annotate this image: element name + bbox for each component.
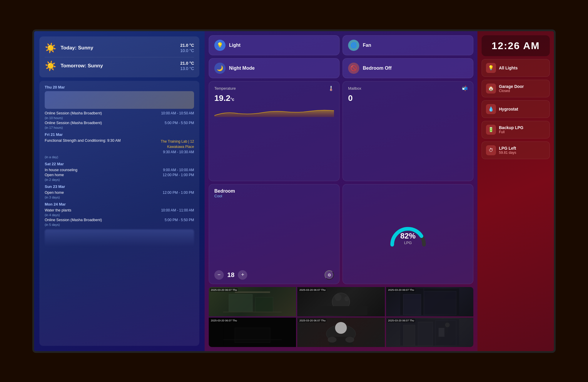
garage-door-status: Closed bbox=[499, 89, 524, 93]
lpg-left-button[interactable]: ⏱ LPG Left 59.81 days bbox=[482, 141, 550, 159]
hygrostat-label: Hygrostat bbox=[499, 107, 518, 111]
bedroom-off-button[interactable]: 🚫 Bedroom Off bbox=[343, 58, 473, 78]
temp-controls: − 18 + ⚙ bbox=[214, 270, 334, 280]
weather-tomorrow: ☀️ Tomorrow: Sunny 21.0 °C 13.0 °C bbox=[45, 57, 194, 73]
hygrostat-icon: 💧 bbox=[486, 104, 496, 114]
garage-door-label: Garage Door bbox=[499, 84, 524, 89]
bedroom-name: Bedroom bbox=[214, 189, 334, 194]
hygrostat-button[interactable]: 💧 Hygrostat bbox=[482, 100, 550, 118]
camera-feed-4: 2025-03-20 06:07 Thu bbox=[209, 318, 296, 347]
backup-lpg-button[interactable]: 🔋 Backup LPG Full bbox=[482, 121, 550, 139]
lpg-gauge-widget: 82% LPG bbox=[343, 184, 473, 284]
sunny-icon-tomorrow: ☀️ bbox=[45, 60, 56, 71]
all-lights-button[interactable]: 💡 All Lights bbox=[482, 59, 550, 77]
lpg-percent: 82% bbox=[400, 231, 415, 240]
camera-3-timestamp: 2025-03-20 06:07 Thu bbox=[387, 288, 415, 292]
tomorrow-temps: 21.0 °C 13.0 °C bbox=[180, 61, 194, 71]
temp-increase-button[interactable]: + bbox=[238, 270, 247, 280]
fan-icon: 🌀 bbox=[348, 40, 359, 51]
temp-mode-button[interactable]: ⚙ bbox=[325, 270, 334, 280]
today-weather-label: Today: Sunny bbox=[61, 45, 176, 51]
today-low: 10.0 °C bbox=[180, 48, 194, 53]
cal-thu-20: Thu 20 Mar Online Session (Masha Broadbe… bbox=[45, 85, 194, 129]
camera-6-timestamp: 2025-03-20 06:07 Thu bbox=[387, 319, 415, 322]
bedroom-ac-widget: Bedroom Cool − 18 + ⚙ bbox=[209, 184, 340, 284]
weather-today: ☀️ Today: Sunny 21.0 °C 10.0 °C bbox=[45, 41, 194, 55]
tomorrow-low: 13.0 °C bbox=[180, 66, 194, 71]
mailbox-value: 0 bbox=[348, 94, 468, 103]
cal-event-title: Open home bbox=[45, 173, 160, 177]
cal-mon-24: Mon 24 Mar Water the plants 10:00 AM - 1… bbox=[45, 202, 194, 226]
cal-date-thu: Thu 20 Mar bbox=[45, 85, 194, 89]
bedroom-off-label: Bedroom Off bbox=[363, 66, 392, 71]
camera-1-timestamp: 2025-03-20 06:07 Thu bbox=[210, 288, 238, 292]
cal-date-sat: Sat 22 Mar bbox=[45, 162, 194, 166]
night-mode-button[interactable]: 🌙 Night Mode bbox=[209, 58, 340, 78]
cal-event: Functional Strength and Conditioning: 9:… bbox=[45, 139, 194, 154]
temp-number: 19.2 bbox=[214, 94, 230, 103]
temp-decrease-button[interactable]: − bbox=[214, 270, 224, 280]
svg-point-7 bbox=[345, 296, 349, 301]
cal-event-sub: (in 4 days) bbox=[45, 213, 194, 217]
cal-event: Online Session (Masha Broadbent) 5:00 PM… bbox=[45, 218, 194, 222]
today-high: 21.0 °C bbox=[180, 43, 194, 48]
cal-fri-21: Fri 21 Mar Functional Strength and Condi… bbox=[45, 132, 194, 159]
cal-event: Water the plants 10:00 AM - 11:00 AM bbox=[45, 208, 194, 212]
cal-event: Online Session (Masha Broadbent) 5:00 PM… bbox=[45, 121, 194, 125]
svg-point-25 bbox=[445, 323, 450, 327]
cal-event-sub: (in 5 days) bbox=[45, 223, 194, 226]
gauge-text-overlay: 82% LPG bbox=[400, 231, 415, 245]
camera-feed-3: 2025-03-20 06:07 Thu bbox=[386, 287, 473, 316]
right-spacer bbox=[482, 162, 550, 347]
clock-display: 12:26 AM bbox=[482, 35, 550, 56]
camera-4-timestamp: 2025-03-20 06:07 Thu bbox=[210, 319, 238, 322]
svg-rect-0 bbox=[229, 294, 253, 312]
svg-rect-2 bbox=[235, 291, 270, 293]
backup-lpg-text: Backup LPG Full bbox=[499, 125, 523, 134]
light-button[interactable]: 💡 Light bbox=[209, 35, 340, 55]
light-icon: 💡 bbox=[214, 40, 225, 51]
calendar-section: Thu 20 Mar Online Session (Masha Broadbe… bbox=[39, 81, 199, 346]
cal-event-title: Open home bbox=[45, 191, 160, 195]
garage-door-button[interactable]: 🏠 Garage Door Closed bbox=[482, 80, 550, 97]
cal-event-time: 5:00 PM - 5:50 PM bbox=[165, 121, 194, 125]
cal-event: Open home 12:00 PM - 1:00 PM bbox=[45, 173, 194, 177]
camera-feed-5: 2025-03-20 06:07 Thu bbox=[297, 318, 385, 347]
temp-value-display: 19.2°c bbox=[214, 94, 334, 103]
cal-event-sub: (in a day) bbox=[45, 155, 194, 159]
night-mode-label: Night Mode bbox=[229, 66, 255, 71]
camera-feed-2: 2025-03-20 06:07 Thu bbox=[297, 287, 385, 316]
temp-chart bbox=[214, 105, 334, 117]
mailbox-icon: 📬 bbox=[462, 86, 468, 91]
lpg-left-icon: ⏱ bbox=[486, 145, 496, 155]
camera-5-timestamp: 2025-03-20 06:07 Thu bbox=[298, 319, 326, 322]
today-temps: 21.0 °C 10.0 °C bbox=[180, 43, 194, 53]
cal-event-title: Online Session (Masha Broadbent) bbox=[45, 111, 159, 115]
smart-home-dashboard: ☀️ Today: Sunny 21.0 °C 10.0 °C ☀️ Tomor… bbox=[32, 29, 556, 353]
temp-title: Temperature bbox=[214, 86, 236, 91]
all-lights-label: All Lights bbox=[499, 66, 518, 70]
temp-unit: °c bbox=[230, 97, 234, 102]
backup-lpg-status: Full bbox=[499, 130, 523, 134]
thermometer-icon: 🌡️ bbox=[328, 86, 334, 91]
camera-grid: 2025-03-20 06:07 Thu 2025-03-20 06:07 Th… bbox=[209, 287, 473, 347]
cal-date-mon: Mon 24 Mar bbox=[45, 202, 194, 206]
backup-lpg-icon: 🔋 bbox=[486, 125, 496, 135]
mailbox-widget: Mailbox 📬 0 bbox=[343, 81, 473, 181]
cal-event-sub: (in 2 days) bbox=[45, 178, 194, 181]
night-icon: 🌙 bbox=[214, 63, 225, 74]
cal-event-time: 5:00 PM - 5:50 PM bbox=[165, 218, 194, 222]
lpg-left-value: 59.81 days bbox=[499, 151, 516, 155]
cal-event-title: Water the plants bbox=[45, 208, 159, 212]
cal-event-sub: (in 3 days) bbox=[45, 196, 194, 199]
fan-button[interactable]: 🌀 Fan bbox=[343, 35, 473, 55]
svg-rect-13 bbox=[235, 328, 270, 343]
fan-label: Fan bbox=[363, 43, 371, 48]
cal-event: Open home 12:00 PM - 1:00 PM bbox=[45, 191, 194, 195]
lpg-left-text: LPG Left 59.81 days bbox=[499, 146, 516, 155]
bedroom-mode: Cool bbox=[214, 194, 334, 198]
cal-event-time: 9:30 AM - 10:30 AM bbox=[163, 150, 194, 154]
svg-rect-21 bbox=[403, 325, 415, 346]
cal-event-sub: (in 10 hours) bbox=[45, 116, 194, 120]
cal-date-fri: Fri 21 Mar bbox=[45, 132, 194, 137]
